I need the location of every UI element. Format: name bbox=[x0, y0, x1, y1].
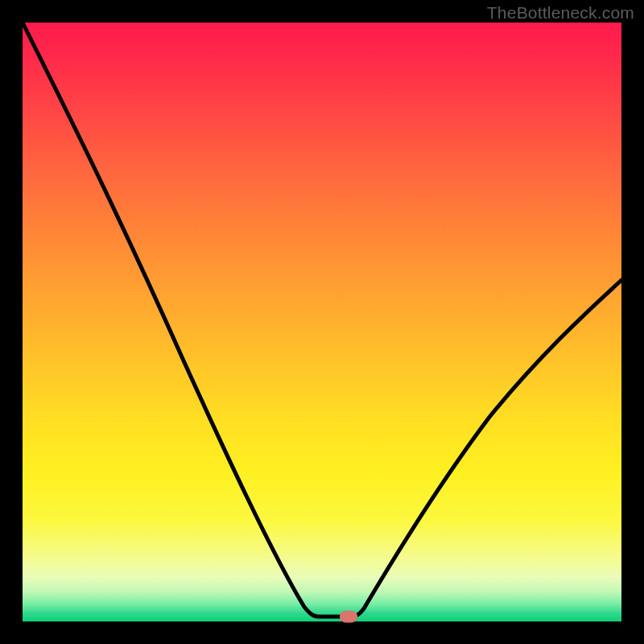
watermark-text: TheBottleneck.com bbox=[487, 3, 634, 23]
plot-area bbox=[23, 23, 621, 621]
bottleneck-curve bbox=[23, 23, 621, 621]
curve-path bbox=[23, 23, 621, 617]
chart-container: TheBottleneck.com bbox=[0, 0, 644, 644]
bottleneck-marker bbox=[340, 611, 357, 623]
